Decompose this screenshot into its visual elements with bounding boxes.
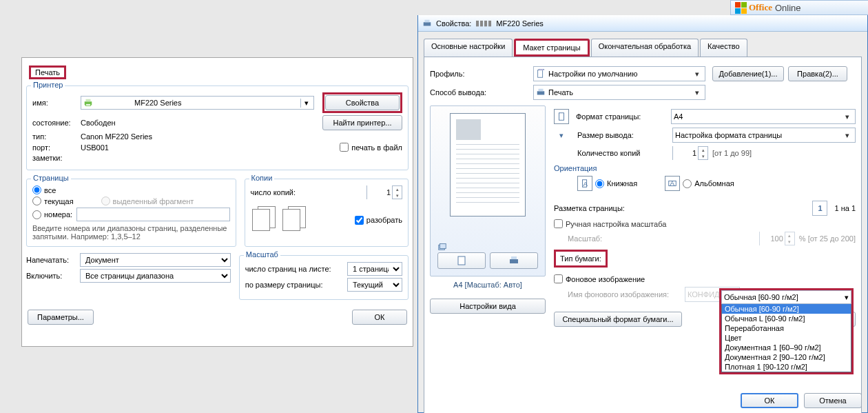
profile-edit-button[interactable]: Правка(2)... [788, 66, 847, 81]
printer-legend: Принтер [31, 81, 65, 89]
scale-group: Масштаб число страниц на листе: 1 страни… [239, 255, 409, 300]
watermark-checkbox[interactable]: Фоновое изображение [554, 274, 645, 283]
copies-label: число копий: [251, 188, 296, 197]
print-what-select[interactable]: Документ [80, 253, 231, 267]
svg-text:A: A [583, 180, 588, 188]
svg-rect-12 [511, 256, 517, 259]
page-icon [456, 255, 467, 266]
printer-properties-button[interactable]: Свойства [325, 95, 400, 110]
pages-numbers-radio[interactable]: номера: [32, 210, 72, 219]
view-settings-button[interactable]: Настройки вида [430, 299, 546, 314]
preview-mode-printer-button[interactable] [490, 252, 538, 269]
pages-hint: Введите номера или диапазоны страниц, ра… [32, 224, 230, 241]
print-dialog-title: Печать [29, 66, 66, 79]
pages-numbers-input[interactable] [76, 208, 229, 221]
properties-title-model: MF220 Series [496, 19, 543, 28]
printer-icon [83, 98, 93, 108]
scale-legend: Масштаб [244, 250, 280, 259]
print-ok-button[interactable]: ОК [352, 310, 407, 325]
chevron-down-icon: ▾ [692, 87, 703, 98]
collate-icon [281, 205, 311, 235]
paper-type-option[interactable]: Обычная L [60-90 г/м2] [722, 314, 851, 323]
paper-type-option[interactable]: Плотная 1 [90-120 г/м2] [722, 362, 851, 372]
chevron-down-icon: ▾ [842, 111, 853, 122]
svg-rect-5 [538, 70, 543, 78]
fit-select[interactable]: Текущий [347, 278, 402, 292]
orientation-title: Ориентация [554, 164, 856, 172]
state-value: Свободен [81, 119, 116, 127]
output-select[interactable]: Печать ▾ [533, 85, 705, 100]
orientation-landscape-radio[interactable]: Альбомная [683, 179, 734, 188]
paper-type-option[interactable]: Документная 2 [90–120 г/м2] [722, 352, 851, 362]
dropdown-icon[interactable]: ▾ [300, 99, 311, 108]
port-label: порт: [32, 143, 81, 152]
copies-group: Копии число копий: ▴▾ разобрать [245, 179, 409, 247]
pages-all-radio[interactable]: все [32, 185, 56, 194]
paper-type-dropdown[interactable]: Обычная [60-90 г/м2] ▾ Обычная [60-90 г/… [719, 288, 854, 374]
document-icon [536, 69, 546, 79]
paper-type-option[interactable]: Переработанная [722, 323, 851, 333]
paper-type-option[interactable]: Обычная [60-90 г/м2] [722, 304, 851, 314]
office-online-text: Online [775, 3, 801, 13]
chevron-down-icon: ▾ [842, 130, 853, 141]
collate-icon [251, 205, 281, 235]
tab-finishing[interactable]: Окончательная обработка [591, 39, 699, 57]
printer-group: Принтер имя: MF220 Series ▾ Свойства сос… [26, 85, 409, 170]
tab-page-layout[interactable]: Макет страницы [514, 39, 589, 57]
print-to-file-checkbox[interactable]: печать в файл [340, 143, 402, 152]
find-printer-button[interactable]: Найти принтер... [322, 115, 402, 130]
properties-title-prefix: Свойства: [436, 19, 471, 28]
page-size-select[interactable]: A4 ▾ [671, 109, 856, 124]
printer-icon [422, 19, 432, 28]
profile-label: Профиль: [430, 70, 533, 78]
custom-paper-button[interactable]: Специальный формат бумаги... [554, 312, 682, 327]
properties-cancel-button[interactable]: Отмена [804, 393, 862, 408]
chevron-down-icon: ▾ [845, 293, 849, 302]
landscape-icon: A [665, 176, 680, 191]
profile-select[interactable]: Настройки по умолчанию ▾ [533, 66, 705, 81]
svg-rect-1 [86, 99, 91, 102]
page-preview [430, 105, 546, 276]
port-value: USB001 [81, 143, 109, 152]
watermark-name-label: Имя фонового изображения: [568, 290, 685, 299]
collate-checkbox[interactable]: разобрать [355, 216, 402, 225]
tab-quality[interactable]: Качество [700, 39, 747, 57]
printer-name-label: имя: [32, 99, 81, 107]
output-label: Способ вывода: [430, 88, 533, 97]
office-brand: Office [749, 2, 772, 13]
office-logo-icon [735, 2, 746, 13]
printer-name-select[interactable]: MF220 Series ▾ [81, 96, 314, 110]
paper-type-option[interactable]: Цвет [722, 333, 851, 343]
copies-spinner[interactable]: ▴▾ [366, 185, 402, 199]
orientation-portrait-radio[interactable]: Книжная [595, 179, 637, 188]
copies-spinner[interactable]: ▴▾ [672, 146, 708, 160]
svg-rect-10 [458, 256, 465, 265]
arrow-down-icon: ▾ [554, 131, 569, 140]
tabs-bar: Основные настройки Макет страницы Оконча… [424, 39, 862, 57]
pages-current-radio[interactable]: текущая [32, 197, 74, 205]
pages-per-sheet-select[interactable]: 1 страница [347, 262, 402, 276]
svg-rect-2 [86, 104, 91, 106]
output-size-select[interactable]: Настройка формата страницы ▾ [672, 128, 856, 143]
svg-rect-3 [424, 22, 431, 26]
page-icon [554, 109, 569, 124]
notes-label: заметки: [32, 154, 81, 162]
paper-type-label: Тип бумаги: [560, 254, 601, 263]
page-layout-label: Разметка страницы: [554, 204, 672, 212]
page-size-label: Формат страницы: [576, 112, 671, 121]
print-dialog: Принтер имя: MF220 Series ▾ Свойства сос… [21, 57, 413, 347]
include-select[interactable]: Все страницы диапазона [80, 269, 231, 283]
print-parameters-button[interactable]: Параметры... [28, 310, 94, 325]
properties-button-highlight: Свойства [322, 92, 402, 113]
paper-type-list: Обычная [60-90 г/м2] Обычная L [60-90 г/… [721, 304, 851, 372]
tab-basic[interactable]: Основные настройки [424, 39, 513, 57]
preview-mode-page-button[interactable] [437, 252, 486, 269]
scale-label: Масштаб: [568, 234, 672, 243]
paper-type-option[interactable]: Документная 1 [60–90 г/м2] [722, 343, 851, 352]
svg-rect-7 [539, 89, 544, 92]
properties-ok-button[interactable]: ОК [741, 393, 798, 408]
manual-scale-checkbox[interactable]: Ручная настройка масштаба [554, 219, 666, 228]
pages-legend: Страницы [31, 174, 71, 182]
paper-type-selected[interactable]: Обычная [60-90 г/м2] ▾ [721, 290, 851, 304]
profile-add-button[interactable]: Добавление(1)... [712, 66, 784, 81]
